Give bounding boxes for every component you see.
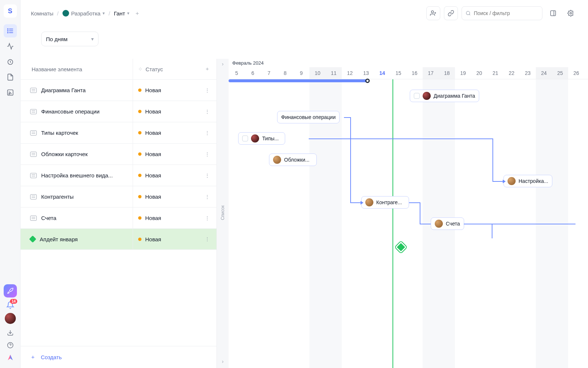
table-row[interactable]: Контрагенты Новая ⋮ <box>21 186 216 207</box>
checkbox-icon[interactable] <box>242 136 248 141</box>
rocket-button[interactable] <box>4 284 17 297</box>
collapse-handle-icon[interactable]: › <box>222 61 224 67</box>
gantt-task[interactable]: Контраге... <box>361 196 409 209</box>
day-header[interactable]: 25 <box>552 67 568 79</box>
breadcrumb-room[interactable]: Разработка ▾ <box>62 10 105 17</box>
gantt-task[interactable]: Обложки... <box>269 154 317 166</box>
settings-button[interactable] <box>564 6 578 20</box>
row-menu-button[interactable]: ⋮ <box>198 151 216 157</box>
collapse-handle-icon[interactable]: › <box>222 358 224 364</box>
table-row[interactable]: Апдейт января Новая ⋮ <box>21 228 216 250</box>
day-header[interactable]: 7 <box>261 67 277 79</box>
day-header[interactable]: 12 <box>342 67 358 79</box>
gantt-task[interactable]: Типы... <box>238 132 285 145</box>
gantt-task[interactable]: Счета <box>431 217 464 230</box>
day-header[interactable]: 13 <box>358 67 374 79</box>
day-header[interactable]: 18 <box>439 67 455 79</box>
row-status-cell[interactable]: Новая <box>133 229 198 249</box>
share-users-button[interactable] <box>426 6 440 20</box>
day-header[interactable]: 11 <box>326 67 342 79</box>
search-input[interactable] <box>462 6 542 20</box>
day-header[interactable]: 14 <box>374 67 390 79</box>
table-row[interactable]: Финансовые операции Новая ⋮ <box>21 101 216 122</box>
breadcrumb-view[interactable]: Гант ▾ <box>114 10 130 17</box>
app-logo[interactable]: S <box>4 4 17 18</box>
gantt-pane[interactable]: Февраль 2024 567891011121314151617181920… <box>229 59 588 368</box>
row-name-cell[interactable]: Обложки карточек <box>21 151 133 157</box>
nav-feed-icon[interactable] <box>4 86 17 99</box>
day-header[interactable]: 17 <box>423 67 439 79</box>
add-column-button[interactable]: ＋ <box>198 66 216 72</box>
row-name-cell[interactable]: Диаграмма Ганта <box>21 87 133 93</box>
gantt-task[interactable]: Финансовые операции <box>277 111 340 123</box>
progress-handle[interactable] <box>365 79 370 83</box>
day-header[interactable]: 20 <box>471 67 487 79</box>
row-status-cell[interactable]: Новая <box>133 208 198 228</box>
table-row[interactable]: Обложки карточек Новая ⋮ <box>21 143 216 165</box>
day-header[interactable]: 9 <box>293 67 309 79</box>
svg-point-4 <box>7 30 8 31</box>
col-status-header[interactable]: ⁘ Статус <box>133 59 198 79</box>
help-icon[interactable] <box>7 342 14 349</box>
row-menu-button[interactable]: ⋮ <box>198 87 216 93</box>
assignee-avatar <box>435 220 443 228</box>
topbar: Комнаты / Разработка ▾ / Гант ▾ ＋ <box>21 0 588 26</box>
table-row[interactable]: Счета Новая ⋮ <box>21 207 216 228</box>
day-header[interactable]: 23 <box>520 67 536 79</box>
row-name-cell[interactable]: Счета <box>21 215 133 221</box>
day-header[interactable]: 16 <box>406 67 423 79</box>
row-menu-button[interactable]: ⋮ <box>198 109 216 115</box>
row-name-cell[interactable]: Финансовые операции <box>21 108 133 115</box>
row-menu-button[interactable]: ⋮ <box>198 173 216 178</box>
user-avatar[interactable] <box>5 313 16 324</box>
checkbox-icon[interactable] <box>414 93 420 99</box>
day-header[interactable]: 6 <box>245 67 261 79</box>
breadcrumb-rooms[interactable]: Комнаты <box>31 10 53 17</box>
layout-button[interactable] <box>546 6 560 20</box>
day-header[interactable]: 24 <box>536 67 552 79</box>
zoom-select[interactable]: По дням ▾ <box>41 32 98 46</box>
day-header[interactable]: 15 <box>390 67 406 79</box>
day-header[interactable]: 26 <box>568 67 584 79</box>
nav-list-icon[interactable] <box>4 24 17 37</box>
nav-timer-icon[interactable] <box>4 55 17 68</box>
table-row[interactable]: Диаграмма Ганта Новая ⋮ <box>21 79 216 101</box>
row-name-cell[interactable]: Настройка внешнего вида... <box>21 172 133 178</box>
row-status-cell[interactable]: Новая <box>133 101 198 122</box>
day-header[interactable]: 22 <box>503 67 520 79</box>
nav-activity-icon[interactable] <box>4 40 17 53</box>
day-header[interactable]: 21 <box>487 67 503 79</box>
gantt-progress-bar[interactable] <box>229 79 368 82</box>
row-status-cell[interactable]: Новая <box>133 144 198 165</box>
row-name-cell[interactable]: Типы карточек <box>21 130 133 136</box>
gantt-task[interactable]: Диаграмма Ганта <box>410 90 479 102</box>
col-name-header[interactable]: Название элемента <box>21 66 133 72</box>
row-menu-button[interactable]: ⋮ <box>198 215 216 221</box>
row-menu-button[interactable]: ⋮ <box>198 194 216 200</box>
row-status-cell[interactable]: Новая <box>133 186 198 207</box>
gantt-task[interactable]: Настройка... <box>503 175 552 187</box>
row-name-cell[interactable]: Апдейт января <box>21 236 133 242</box>
row-status-cell[interactable]: Новая <box>133 122 198 143</box>
row-status-cell[interactable]: Новая <box>133 80 198 101</box>
link-button[interactable] <box>444 6 458 20</box>
day-header[interactable]: 10 <box>309 67 326 79</box>
milestone-marker[interactable] <box>395 241 406 253</box>
create-button[interactable]: ＋ Создать <box>21 346 216 368</box>
day-header[interactable]: 5 <box>229 67 245 79</box>
search-field[interactable] <box>474 10 538 16</box>
row-name-cell[interactable]: Контрагенты <box>21 194 133 200</box>
split-handle[interactable]: › Список › <box>217 59 229 368</box>
table-row[interactable]: Типы карточек Новая ⋮ <box>21 122 216 143</box>
notifications-button[interactable]: 14 <box>6 301 14 309</box>
add-view-button[interactable]: ＋ <box>133 9 141 17</box>
apps-icon[interactable] <box>7 354 14 361</box>
row-status-cell[interactable]: Новая <box>133 165 198 186</box>
nav-doc-icon[interactable] <box>4 71 17 84</box>
row-menu-button[interactable]: ⋮ <box>198 236 216 242</box>
download-icon[interactable] <box>7 329 14 336</box>
row-menu-button[interactable]: ⋮ <box>198 130 216 136</box>
day-header[interactable]: 8 <box>277 67 293 79</box>
day-header[interactable]: 19 <box>455 67 471 79</box>
table-row[interactable]: Настройка внешнего вида... Новая ⋮ <box>21 165 216 186</box>
